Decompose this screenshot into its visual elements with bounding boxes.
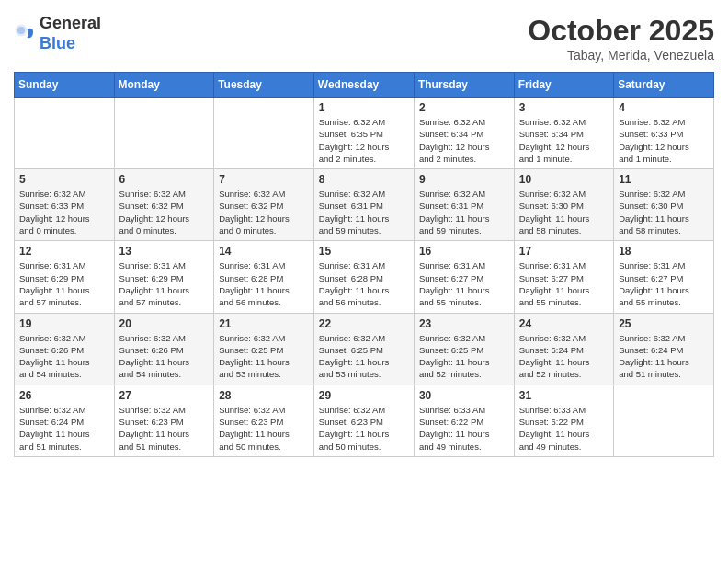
day-info: Sunrise: 6:32 AM Sunset: 6:30 PM Dayligh… (619, 188, 709, 236)
week-row-3: 19Sunrise: 6:32 AM Sunset: 6:26 PM Dayli… (15, 313, 714, 385)
day-info: Sunrise: 6:32 AM Sunset: 6:30 PM Dayligh… (519, 188, 609, 236)
day-info: Sunrise: 6:33 AM Sunset: 6:22 PM Dayligh… (519, 404, 609, 453)
day-info: Sunrise: 6:31 AM Sunset: 6:27 PM Dayligh… (519, 259, 609, 308)
day-info: Sunrise: 6:32 AM Sunset: 6:26 PM Dayligh… (19, 332, 109, 381)
day-number: 31 (519, 389, 609, 402)
day-info: Sunrise: 6:32 AM Sunset: 6:23 PM Dayligh… (119, 404, 210, 453)
week-row-1: 5Sunrise: 6:32 AM Sunset: 6:33 PM Daylig… (15, 169, 714, 241)
calendar-cell: 21Sunrise: 6:32 AM Sunset: 6:25 PM Dayli… (214, 313, 314, 385)
calendar-cell: 28Sunrise: 6:32 AM Sunset: 6:23 PM Dayli… (214, 385, 314, 456)
week-row-0: 1Sunrise: 6:32 AM Sunset: 6:35 PM Daylig… (15, 98, 714, 169)
day-info: Sunrise: 6:32 AM Sunset: 6:33 PM Dayligh… (619, 116, 709, 165)
day-info: Sunrise: 6:32 AM Sunset: 6:32 PM Dayligh… (219, 188, 309, 236)
day-info: Sunrise: 6:32 AM Sunset: 6:31 PM Dayligh… (419, 188, 509, 236)
calendar-cell: 1Sunrise: 6:32 AM Sunset: 6:35 PM Daylig… (313, 98, 414, 169)
day-info: Sunrise: 6:32 AM Sunset: 6:34 PM Dayligh… (419, 116, 509, 165)
day-info: Sunrise: 6:33 AM Sunset: 6:22 PM Dayligh… (419, 404, 509, 453)
day-number: 3 (519, 101, 609, 114)
day-info: Sunrise: 6:32 AM Sunset: 6:32 PM Dayligh… (119, 188, 210, 236)
day-number: 7 (219, 173, 309, 186)
day-number: 5 (19, 173, 109, 186)
day-number: 17 (519, 245, 609, 258)
day-info: Sunrise: 6:31 AM Sunset: 6:29 PM Dayligh… (119, 259, 210, 308)
day-number: 12 (19, 245, 109, 258)
day-info: Sunrise: 6:31 AM Sunset: 6:27 PM Dayligh… (419, 259, 509, 308)
day-number: 30 (419, 389, 509, 402)
day-info: Sunrise: 6:31 AM Sunset: 6:28 PM Dayligh… (219, 259, 309, 308)
calendar-cell: 11Sunrise: 6:32 AM Sunset: 6:30 PM Dayli… (614, 169, 714, 241)
day-header-monday: Monday (114, 73, 214, 98)
day-number: 23 (419, 317, 509, 330)
calendar-cell (214, 98, 314, 169)
logo-icon (14, 23, 36, 45)
day-info: Sunrise: 6:31 AM Sunset: 6:29 PM Dayligh… (19, 259, 109, 308)
calendar-cell: 17Sunrise: 6:31 AM Sunset: 6:27 PM Dayli… (514, 241, 613, 313)
calendar-cell: 23Sunrise: 6:32 AM Sunset: 6:25 PM Dayli… (414, 313, 514, 385)
day-number: 24 (519, 317, 609, 330)
week-row-4: 26Sunrise: 6:32 AM Sunset: 6:24 PM Dayli… (15, 385, 714, 456)
logo-general: General (40, 14, 101, 32)
calendar-cell (614, 385, 714, 456)
calendar-table: SundayMondayTuesdayWednesdayThursdayFrid… (14, 72, 714, 457)
day-info: Sunrise: 6:32 AM Sunset: 6:31 PM Dayligh… (319, 188, 409, 236)
month-title: October 2025 (528, 14, 714, 48)
day-number: 15 (319, 245, 409, 258)
title-block: October 2025 Tabay, Merida, Venezuela (528, 14, 714, 63)
calendar-cell (114, 98, 214, 169)
day-info: Sunrise: 6:32 AM Sunset: 6:23 PM Dayligh… (219, 404, 309, 453)
calendar-cell: 12Sunrise: 6:31 AM Sunset: 6:29 PM Dayli… (15, 241, 115, 313)
day-info: Sunrise: 6:32 AM Sunset: 6:25 PM Dayligh… (319, 332, 409, 381)
day-header-row: SundayMondayTuesdayWednesdayThursdayFrid… (15, 73, 714, 98)
calendar-cell: 20Sunrise: 6:32 AM Sunset: 6:26 PM Dayli… (114, 313, 214, 385)
calendar-cell: 30Sunrise: 6:33 AM Sunset: 6:22 PM Dayli… (414, 385, 514, 456)
day-info: Sunrise: 6:32 AM Sunset: 6:26 PM Dayligh… (119, 332, 210, 381)
logo: General Blue (14, 14, 101, 53)
calendar-cell: 9Sunrise: 6:32 AM Sunset: 6:31 PM Daylig… (414, 169, 514, 241)
day-header-wednesday: Wednesday (313, 73, 414, 98)
day-info: Sunrise: 6:32 AM Sunset: 6:35 PM Dayligh… (319, 116, 409, 165)
day-number: 29 (319, 389, 409, 402)
day-number: 21 (219, 317, 309, 330)
calendar-cell: 31Sunrise: 6:33 AM Sunset: 6:22 PM Dayli… (514, 385, 613, 456)
day-info: Sunrise: 6:32 AM Sunset: 6:34 PM Dayligh… (519, 116, 609, 165)
day-number: 13 (119, 245, 210, 258)
day-number: 9 (419, 173, 509, 186)
calendar-cell: 25Sunrise: 6:32 AM Sunset: 6:24 PM Dayli… (614, 313, 714, 385)
day-number: 27 (119, 389, 210, 402)
calendar-cell: 16Sunrise: 6:31 AM Sunset: 6:27 PM Dayli… (414, 241, 514, 313)
day-number: 22 (319, 317, 409, 330)
svg-point-1 (17, 27, 25, 34)
day-info: Sunrise: 6:32 AM Sunset: 6:25 PM Dayligh… (219, 332, 309, 381)
day-header-saturday: Saturday (614, 73, 714, 98)
day-info: Sunrise: 6:32 AM Sunset: 6:24 PM Dayligh… (619, 332, 709, 381)
day-number: 20 (119, 317, 210, 330)
day-info: Sunrise: 6:32 AM Sunset: 6:24 PM Dayligh… (19, 404, 109, 453)
calendar-cell: 6Sunrise: 6:32 AM Sunset: 6:32 PM Daylig… (114, 169, 214, 241)
day-number: 11 (619, 173, 709, 186)
calendar-cell: 18Sunrise: 6:31 AM Sunset: 6:27 PM Dayli… (614, 241, 714, 313)
logo-text: General Blue (40, 14, 101, 53)
day-header-friday: Friday (514, 73, 613, 98)
day-number: 19 (19, 317, 109, 330)
day-info: Sunrise: 6:31 AM Sunset: 6:28 PM Dayligh… (319, 259, 409, 308)
day-number: 1 (319, 101, 409, 114)
day-number: 2 (419, 101, 509, 114)
page-header: General Blue October 2025 Tabay, Merida,… (14, 14, 714, 63)
day-number: 10 (519, 173, 609, 186)
day-number: 18 (619, 245, 709, 258)
calendar-cell: 26Sunrise: 6:32 AM Sunset: 6:24 PM Dayli… (15, 385, 115, 456)
day-number: 8 (319, 173, 409, 186)
day-number: 14 (219, 245, 309, 258)
week-row-2: 12Sunrise: 6:31 AM Sunset: 6:29 PM Dayli… (15, 241, 714, 313)
location: Tabay, Merida, Venezuela (528, 48, 714, 63)
day-info: Sunrise: 6:32 AM Sunset: 6:25 PM Dayligh… (419, 332, 509, 381)
day-info: Sunrise: 6:32 AM Sunset: 6:24 PM Dayligh… (519, 332, 609, 381)
day-header-sunday: Sunday (15, 73, 115, 98)
calendar-cell: 10Sunrise: 6:32 AM Sunset: 6:30 PM Dayli… (514, 169, 613, 241)
calendar-cell: 5Sunrise: 6:32 AM Sunset: 6:33 PM Daylig… (15, 169, 115, 241)
logo-blue: Blue (40, 34, 75, 52)
calendar-body: 1Sunrise: 6:32 AM Sunset: 6:35 PM Daylig… (15, 98, 714, 457)
calendar-cell: 22Sunrise: 6:32 AM Sunset: 6:25 PM Dayli… (313, 313, 414, 385)
calendar-cell: 15Sunrise: 6:31 AM Sunset: 6:28 PM Dayli… (313, 241, 414, 313)
calendar-cell: 3Sunrise: 6:32 AM Sunset: 6:34 PM Daylig… (514, 98, 613, 169)
